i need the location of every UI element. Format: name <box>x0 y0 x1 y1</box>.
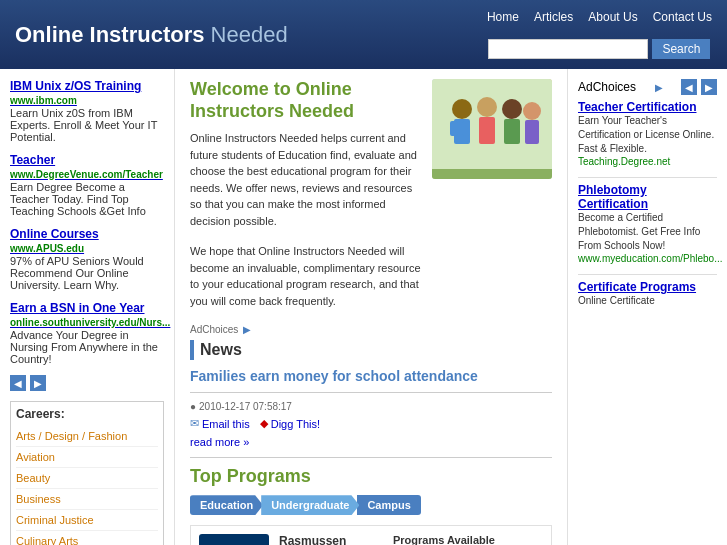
program-available-title: Programs Available <box>393 534 543 545</box>
nav-about[interactable]: About Us <box>588 10 637 24</box>
right-sidebar: AdChoices ▶ ◀ ▶ Teacher Certification Ea… <box>567 69 727 545</box>
right-ad-2: Phlebotomy Certification Become a Certif… <box>578 183 717 264</box>
left-ad-1-desc: Learn Unix z0S from IBM Experts. Enroll … <box>10 107 164 143</box>
right-prev-arrow[interactable]: ◀ <box>681 79 697 95</box>
welcome-image <box>432 79 552 179</box>
site-title: Online Instructors Needed <box>15 22 288 48</box>
left-ad-3-title[interactable]: Online Courses www.APUS.edu <box>10 227 164 255</box>
left-ad-3: Online Courses www.APUS.edu 97% of APU S… <box>10 227 164 291</box>
left-ad-2: Teacher www.DegreeVenue.com/Teacher Earn… <box>10 153 164 217</box>
svg-point-5 <box>477 97 497 117</box>
career-criminal[interactable]: Criminal Justice <box>16 510 158 531</box>
breadcrumb-education[interactable]: Education <box>190 495 263 515</box>
left-ad-4-title[interactable]: Earn a BSN in One Year online.southunive… <box>10 301 164 329</box>
right-ad-1-desc: Earn Your Teacher's Certification or Lic… <box>578 114 717 156</box>
read-more: read more » <box>190 435 552 449</box>
program-logo: RASMUSSEN COLLEGE <box>199 534 269 545</box>
right-ad-2-desc: Become a Certified Phlebotomist. Get Fre… <box>578 211 717 253</box>
svg-point-9 <box>523 102 541 120</box>
search-button[interactable]: Search <box>652 39 710 59</box>
programs-title: Top Programs <box>190 466 552 487</box>
next-arrow[interactable]: ▶ <box>30 375 46 391</box>
nav-contact[interactable]: Contact Us <box>653 10 712 24</box>
career-aviation[interactable]: Aviation <box>16 447 158 468</box>
breadcrumb-campus[interactable]: Campus <box>357 495 420 515</box>
right-divider-2 <box>578 274 717 275</box>
navigation: Home Articles About Us Contact Us Search <box>487 10 712 59</box>
news-bar-decoration <box>190 340 194 360</box>
header: Online Instructors Needed Home Articles … <box>0 0 727 69</box>
left-ad-3-desc: 97% of APU Seniors Would Recommend Our O… <box>10 255 164 291</box>
welcome-section: Welcome to Online Instructors Needed Onl… <box>190 79 552 309</box>
left-ad-2-desc: Earn Degree Become a Teacher Today. Find… <box>10 181 164 217</box>
right-ad-1-title[interactable]: Teacher Certification <box>578 100 717 114</box>
right-divider-1 <box>578 177 717 178</box>
left-ad-1: IBM Unix z/OS Training www.ibm.com Learn… <box>10 79 164 143</box>
news-article-title[interactable]: Families earn money for school attendanc… <box>190 368 552 384</box>
welcome-text: Welcome to Online Instructors Needed Onl… <box>190 79 422 309</box>
top-programs-section: Top Programs Education Undergraduate Cam… <box>190 466 552 545</box>
right-next-arrow[interactable]: ▶ <box>701 79 717 95</box>
news-article: Families earn money for school attendanc… <box>190 368 552 449</box>
careers-box: Careers: Arts / Design / Fashion Aviatio… <box>10 401 164 545</box>
digg-icon: ◆ <box>260 417 268 430</box>
right-ad-1: Teacher Certification Earn Your Teacher'… <box>578 100 717 167</box>
prev-arrow[interactable]: ◀ <box>10 375 26 391</box>
nav-articles[interactable]: Articles <box>534 10 573 24</box>
program-name: Rasmussen College <box>279 534 383 545</box>
clock-icon: ● <box>190 401 196 412</box>
news-divider <box>190 392 552 393</box>
left-ad-2-title[interactable]: Teacher www.DegreeVenue.com/Teacher <box>10 153 164 181</box>
program-info: Rasmussen College The Rasmussen College … <box>279 534 383 545</box>
nav-links: Home Articles About Us Contact Us <box>487 10 712 24</box>
right-ad-2-url: www.myeducation.com/Phlebo... <box>578 253 717 264</box>
news-section-title: News <box>200 341 242 359</box>
right-ad-3-desc: Online Certificate <box>578 294 717 308</box>
center-content: Welcome to Online Instructors Needed Onl… <box>175 69 567 545</box>
email-this-link[interactable]: ✉ Email this <box>190 417 250 430</box>
right-adchoices-icon[interactable]: ▶ <box>655 82 663 93</box>
search-input[interactable] <box>488 39 648 59</box>
left-ad-1-title[interactable]: IBM Unix z/OS Training www.ibm.com <box>10 79 164 107</box>
program-available: Programs Available Business Mgmt Associa… <box>393 534 543 545</box>
left-ad-4: Earn a BSN in One Year online.southunive… <box>10 301 164 365</box>
breadcrumb-undergraduate[interactable]: Undergraduate <box>261 495 359 515</box>
title-main: Online Instructors <box>15 22 204 47</box>
svg-point-7 <box>502 99 522 119</box>
svg-rect-11 <box>432 169 552 179</box>
svg-rect-4 <box>462 121 470 136</box>
right-nav-arrows: ◀ ▶ <box>681 79 717 95</box>
news-actions: ✉ Email this ◆ Digg This! <box>190 417 552 430</box>
right-ad-3-title[interactable]: Certificate Programs <box>578 280 717 294</box>
left-sidebar: IBM Unix z/OS Training www.ibm.com Learn… <box>0 69 175 545</box>
adchoices-bar: AdChoices ▶ <box>190 324 552 335</box>
career-arts[interactable]: Arts / Design / Fashion <box>16 426 158 447</box>
career-business[interactable]: Business <box>16 489 158 510</box>
title-accent: Needed <box>211 22 288 47</box>
welcome-title: Welcome to Online Instructors Needed <box>190 79 422 122</box>
svg-rect-6 <box>479 117 495 144</box>
welcome-body-2: We hope that Online Instructors Needed w… <box>190 243 422 309</box>
svg-rect-10 <box>525 120 539 144</box>
career-beauty[interactable]: Beauty <box>16 468 158 489</box>
section-divider <box>190 457 552 458</box>
ad-nav-arrows: ◀ ▶ <box>10 375 164 391</box>
welcome-body-1: Online Instructors Needed helps current … <box>190 130 422 229</box>
read-more-link[interactable]: read more » <box>190 436 249 448</box>
svg-rect-3 <box>450 121 458 136</box>
right-adchoices-label: AdChoices <box>578 80 636 94</box>
search-bar: Search <box>488 39 710 59</box>
digg-link[interactable]: ◆ Digg This! <box>260 417 320 430</box>
right-ad-3: Certificate Programs Online Certificate <box>578 280 717 308</box>
career-culinary[interactable]: Culinary Arts <box>16 531 158 545</box>
left-ad-4-desc: Advance Your Degree in Nursing From Anyw… <box>10 329 164 365</box>
right-ad-2-title[interactable]: Phlebotomy Certification <box>578 183 717 211</box>
svg-point-1 <box>452 99 472 119</box>
main-layout: IBM Unix z/OS Training www.ibm.com Learn… <box>0 69 727 545</box>
adchoices-label: AdChoices <box>190 324 238 335</box>
adchoices-icon[interactable]: ▶ <box>243 324 251 335</box>
envelope-icon: ✉ <box>190 417 199 430</box>
news-date: ● 2010-12-17 07:58:17 <box>190 401 552 412</box>
news-header: News <box>190 340 552 360</box>
nav-home[interactable]: Home <box>487 10 519 24</box>
